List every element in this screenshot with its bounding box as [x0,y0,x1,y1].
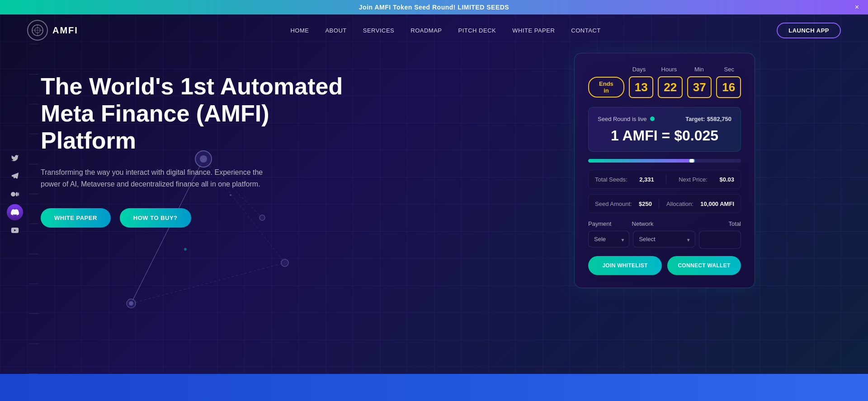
seed-amount-divider [659,199,659,208]
main-background: AMFI HOME ABOUT SERVICES ROADMAP PITCH D… [0,14,868,374]
allocation-label: Allocation: [666,200,693,207]
seed-round-live-text: Seed Round is live [598,116,646,122]
svg-line-7 [131,263,285,303]
hours-value: 22 [658,76,683,98]
seed-live-row: Seed Round is live Target: $582,750 [598,115,731,123]
ends-in-label: Ends in [588,77,624,98]
nav-link-services[interactable]: SERVICES [363,27,395,34]
payment-inputs: Sele ▼ Select ▼ [588,231,741,249]
nav-link-pitch-deck[interactable]: PITCH DECK [458,27,496,34]
amfi-price: 1 AMFI = $0.025 [598,127,731,144]
youtube-icon[interactable] [7,222,23,238]
connect-wallet-button[interactable]: CONNECT WALLET [667,256,741,275]
hero-buttons: WHITE PAPER HOW TO BUY? [41,208,357,228]
min-label: Min [687,66,711,73]
payment-select-wrapper: Sele ▼ [588,231,629,249]
nav-link-contact[interactable]: CONTACT [571,27,600,34]
nav-link-about[interactable]: ABOUT [325,27,346,34]
seed-amount-row: Seed Amount: $250 Allocation: 10,000 AMF… [588,194,741,213]
allocation-value: 10,000 AMFI [700,200,734,207]
next-price-value: $0.03 [719,176,734,183]
days-label: Days [627,66,651,73]
ruler-left [29,14,38,374]
network-col-label: Network [632,220,698,227]
target-value: $582,750 [707,116,731,122]
bottom-bar [0,374,868,401]
target-label: Target: [685,116,705,122]
total-seeds-value: 2,331 [639,176,654,183]
nav-link-home[interactable]: HOME [290,27,309,34]
hero-subtitle: Transforming the way you interact with d… [41,167,276,190]
white-paper-button[interactable]: WHITE PAPER [41,208,111,228]
target-display: Target: $582,750 [685,115,731,123]
seed-amount-value: $250 [639,200,652,207]
progress-bar-fill [588,159,692,163]
days-value: 13 [629,76,654,98]
total-seeds-label: Total Seeds: [595,176,627,183]
price-section: Seed Round is live Target: $582,750 1 AM… [588,107,741,152]
announcement-bar: Join AMFI Token Seed Round! LIMITED SEED… [0,0,868,14]
navbar: AMFI HOME ABOUT SERVICES ROADMAP PITCH D… [0,14,868,46]
svg-point-15 [184,248,187,251]
stats-row: Total Seeds: 2,331 Next Price: $0.03 [588,170,741,189]
sec-label: Sec [717,66,741,73]
total-box [699,231,741,249]
next-price-label: Next Price: [679,176,708,183]
live-dot [650,117,655,121]
svg-point-13 [281,259,288,266]
payment-row: Payment Network Total Sele ▼ Select ▼ [588,220,741,249]
payment-select[interactable]: Sele [588,231,629,247]
medium-icon[interactable] [7,186,23,202]
announcement-text: Join AMFI Token Seed Round! LIMITED SEED… [359,4,509,11]
hero-title: The World's 1st Automated Meta Finance (… [41,73,357,154]
seed-amount-label: Seed Amount: [595,200,632,207]
nav-link-white-paper[interactable]: WHITE PAPER [512,27,555,34]
how-to-buy-button[interactable]: HOW TO BUY? [120,208,191,228]
nav-link-roadmap[interactable]: ROADMAP [410,27,442,34]
network-select[interactable]: Select [633,231,695,247]
min-value: 37 [687,76,712,98]
join-whitelist-button[interactable]: JOIN WHITELIST [588,256,662,275]
total-col-label: Total [697,220,741,227]
nav-logo[interactable]: AMFI [27,20,78,41]
launch-app-button[interactable]: LAUNCH APP [777,23,841,38]
hero-section: The World's 1st Automated Meta Finance (… [41,46,357,228]
svg-point-12 [129,301,133,306]
ico-card: Days Hours Min Sec Ends in 13 22 37 16 S… [574,53,755,288]
countdown-section: Days Hours Min Sec Ends in 13 22 37 16 [588,66,741,98]
stats-divider [666,175,666,184]
seed-live-left: Seed Round is live [598,116,655,122]
discord-icon[interactable] [7,204,23,220]
progress-thumb [689,159,695,163]
hours-label: Hours [657,66,681,73]
telegram-icon[interactable] [7,168,23,184]
sec-value: 16 [716,76,741,98]
logo-text: AMFI [52,25,78,36]
announcement-close-button[interactable]: × [855,3,859,11]
payment-labels: Payment Network Total [588,220,741,227]
twitter-icon[interactable] [7,150,23,166]
logo-icon [27,20,48,41]
sidebar-social [0,150,29,238]
countdown-labels: Days Hours Min Sec [588,66,741,73]
progress-bar-container [588,159,741,163]
action-buttons: JOIN WHITELIST CONNECT WALLET [588,256,741,275]
payment-col-label: Payment [588,220,632,227]
network-select-wrapper: Select ▼ [633,231,695,249]
nav-links: HOME ABOUT SERVICES ROADMAP PITCH DECK W… [114,27,777,34]
countdown-row: Ends in 13 22 37 16 [588,76,741,98]
